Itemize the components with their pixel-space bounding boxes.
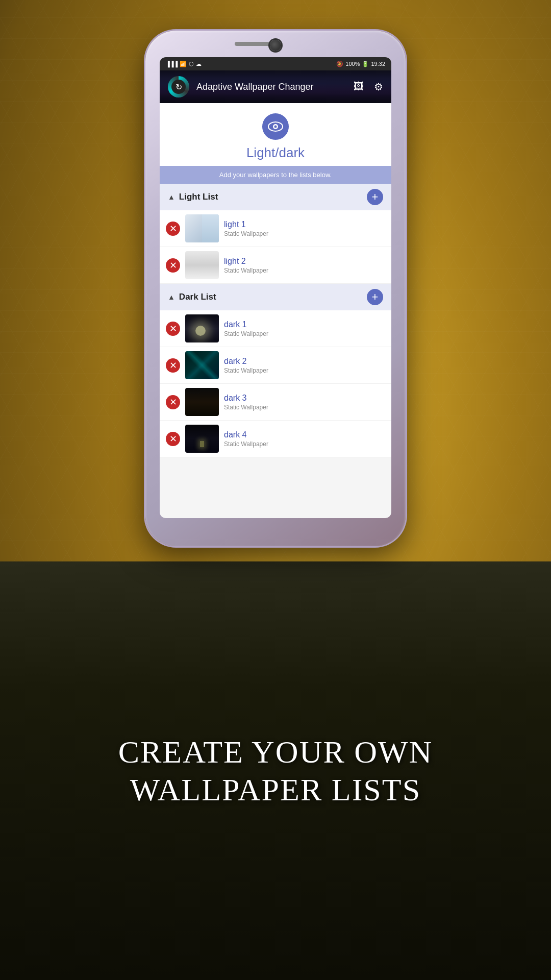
remove-dark3-button[interactable]: ✕ xyxy=(166,395,180,409)
dark-item-2: ✕ dark 2 Static Wallpaper xyxy=(160,347,391,384)
light1-name: light 1 xyxy=(224,220,385,229)
dark3-type: Static Wallpaper xyxy=(224,404,385,411)
dark4-thumbnail xyxy=(185,425,219,453)
app-title: Adaptive Wallpaper Changer xyxy=(196,82,354,92)
add-dark-wallpaper-button[interactable]: + xyxy=(367,289,383,305)
sync-icon: ↻ xyxy=(176,82,182,92)
remove-light2-button[interactable]: ✕ xyxy=(166,258,180,273)
app-toolbar: ↻ Adaptive Wallpaper Changer 🖼 ⚙ xyxy=(160,70,391,103)
eye-icon-container xyxy=(262,113,289,140)
remove-dark1-button[interactable]: ✕ xyxy=(166,322,180,336)
cast-icon: ⬡ xyxy=(189,61,194,67)
remove-light1-button[interactable]: ✕ xyxy=(166,222,180,236)
svg-point-2 xyxy=(274,126,277,128)
light1-thumbnail xyxy=(185,214,219,242)
dark-list-header-left: ▲ Dark List xyxy=(168,292,216,302)
status-left: ▐▐▐ 📶 ⬡ ☁ xyxy=(166,61,202,67)
light2-thumbnail xyxy=(185,251,219,279)
light-list-header: ▲ Light List + xyxy=(160,184,391,210)
dark3-thumbnail xyxy=(185,388,219,416)
bottom-line1: Create your own xyxy=(118,734,433,769)
light-list-header-left: ▲ Light List xyxy=(168,192,218,202)
dark-item-1: ✕ dark 1 Static Wallpaper xyxy=(160,310,391,347)
light1-info: light 1 Static Wallpaper xyxy=(224,220,385,237)
dark2-type: Static Wallpaper xyxy=(224,367,385,374)
dark-list-chevron-icon: ▲ xyxy=(168,293,175,301)
status-right: 🔕 100% 🔋 19:32 xyxy=(336,61,385,67)
mode-title: Light/dark xyxy=(246,145,305,161)
light-list-chevron-icon: ▲ xyxy=(168,193,175,201)
light2-type: Static Wallpaper xyxy=(224,267,385,274)
dark4-info: dark 4 Static Wallpaper xyxy=(224,430,385,448)
signal-icon: ▐▐▐ xyxy=(166,61,178,67)
status-bar: ▐▐▐ 📶 ⬡ ☁ 🔕 100% 🔋 19:32 xyxy=(160,57,391,70)
app-logo-inner: ↻ xyxy=(171,80,186,94)
mode-section: Light/dark xyxy=(160,103,391,166)
dark4-name: dark 4 xyxy=(224,430,385,439)
light2-info: light 2 Static Wallpaper xyxy=(224,257,385,274)
dark-item-3: ✕ dark 3 Static Wallpaper xyxy=(160,384,391,421)
light1-type: Static Wallpaper xyxy=(224,230,385,237)
battery-icon: 🔋 xyxy=(362,61,369,67)
phone-screen: ▐▐▐ 📶 ⬡ ☁ 🔕 100% 🔋 19:32 xyxy=(160,57,391,518)
eye-icon xyxy=(268,121,283,132)
dark1-thumbnail xyxy=(185,314,219,342)
add-light-wallpaper-button[interactable]: + xyxy=(367,189,383,205)
light-item-2: ✕ light 2 Static Wallpaper xyxy=(160,247,391,284)
dark2-thumbnail xyxy=(185,351,219,379)
app-logo: ↻ xyxy=(168,76,189,97)
battery-text: 100% xyxy=(345,61,360,67)
wifi-icon: 📶 xyxy=(180,61,187,67)
dark2-info: dark 2 Static Wallpaper xyxy=(224,357,385,374)
phone-camera xyxy=(270,40,281,51)
dark2-name: dark 2 xyxy=(224,357,385,366)
dark1-info: dark 1 Static Wallpaper xyxy=(224,320,385,337)
bottom-text: Create your own wallpaper lists xyxy=(78,733,474,809)
dark-list-title: Dark List xyxy=(179,292,216,302)
dark-list-header: ▲ Dark List + xyxy=(160,284,391,310)
info-banner: Add your wallpapers to the lists below. xyxy=(160,166,391,184)
info-text: Add your wallpapers to the lists below. xyxy=(219,171,332,179)
light-item-1: ✕ light 1 Static Wallpaper xyxy=(160,210,391,247)
light2-name: light 2 xyxy=(224,257,385,266)
remove-dark4-button[interactable]: ✕ xyxy=(166,432,180,446)
bottom-section: Create your own wallpaper lists xyxy=(0,561,551,980)
settings-icon[interactable]: ⚙ xyxy=(374,81,383,93)
phone-mockup: ▐▐▐ 📶 ⬡ ☁ 🔕 100% 🔋 19:32 xyxy=(145,31,406,546)
bottom-line2: wallpaper lists xyxy=(130,772,421,807)
dark3-name: dark 3 xyxy=(224,394,385,403)
light-list-title: Light List xyxy=(179,192,218,202)
cloud-icon: ☁ xyxy=(196,61,202,67)
dark1-type: Static Wallpaper xyxy=(224,330,385,337)
phone-speaker xyxy=(235,42,276,46)
time-display: 19:32 xyxy=(371,61,385,67)
toolbar-icons: 🖼 ⚙ xyxy=(354,81,383,93)
bell-off-icon: 🔕 xyxy=(336,61,343,67)
remove-dark2-button[interactable]: ✕ xyxy=(166,358,180,373)
dark3-info: dark 3 Static Wallpaper xyxy=(224,394,385,411)
dark-item-4: ✕ dark 4 Static Wallpaper xyxy=(160,421,391,457)
background: ▐▐▐ 📶 ⬡ ☁ 🔕 100% 🔋 19:32 xyxy=(0,0,551,980)
dark1-name: dark 1 xyxy=(224,320,385,329)
dark4-type: Static Wallpaper xyxy=(224,440,385,448)
gallery-icon[interactable]: 🖼 xyxy=(354,81,364,93)
